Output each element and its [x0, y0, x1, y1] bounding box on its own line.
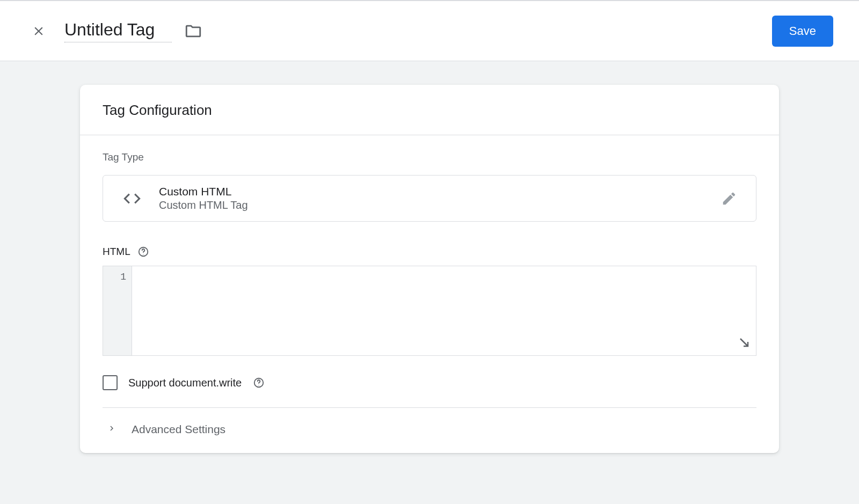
code-textarea[interactable]	[132, 266, 756, 355]
card-header: Tag Configuration	[80, 85, 779, 135]
edit-tag-type-button[interactable]	[718, 188, 740, 209]
document-write-checkbox[interactable]	[103, 375, 118, 390]
close-icon	[32, 24, 46, 38]
tag-configuration-card: Tag Configuration Tag Type Custom HTML C…	[80, 85, 779, 453]
help-icon	[253, 377, 265, 389]
card-title: Tag Configuration	[103, 102, 756, 119]
close-button[interactable]	[26, 18, 52, 44]
pencil-icon	[721, 191, 737, 207]
line-number: 1	[103, 272, 126, 282]
document-write-label: Support document.write	[128, 377, 242, 389]
folder-button[interactable]	[183, 20, 204, 42]
help-icon	[137, 246, 149, 258]
resize-handle[interactable]	[738, 336, 751, 351]
tag-name-input[interactable]	[64, 20, 172, 42]
tag-type-selector[interactable]: Custom HTML Custom HTML Tag	[103, 175, 756, 222]
tag-type-label: Tag Type	[103, 151, 756, 163]
svg-point-1	[143, 254, 143, 254]
html-label: HTML	[103, 246, 130, 258]
content-area: Tag Configuration Tag Type Custom HTML C…	[0, 61, 859, 453]
advanced-settings-label: Advanced Settings	[132, 423, 225, 436]
folder-icon	[184, 22, 202, 40]
document-write-help-button[interactable]	[252, 376, 265, 389]
save-button[interactable]: Save	[772, 16, 833, 47]
code-icon	[119, 186, 145, 211]
tag-type-name: Custom HTML	[159, 185, 718, 198]
advanced-settings-toggle[interactable]: Advanced Settings	[103, 408, 756, 453]
tag-type-text: Custom HTML Custom HTML Tag	[159, 185, 718, 211]
tag-type-subtitle: Custom HTML Tag	[159, 199, 718, 211]
resize-icon	[738, 336, 751, 349]
card-body: Tag Type Custom HTML Custom HTML Tag HTM…	[80, 135, 779, 453]
document-write-row: Support document.write	[103, 375, 756, 408]
svg-point-3	[259, 385, 259, 385]
header-bar: Save	[0, 1, 859, 61]
chevron-right-icon	[107, 423, 117, 435]
html-help-button[interactable]	[137, 245, 150, 258]
html-code-editor[interactable]: 1	[103, 266, 756, 356]
code-gutter: 1	[103, 266, 132, 355]
html-label-row: HTML	[103, 245, 756, 258]
